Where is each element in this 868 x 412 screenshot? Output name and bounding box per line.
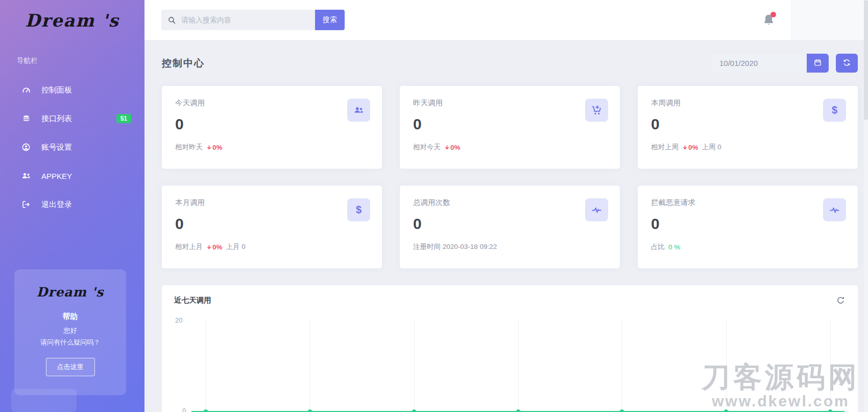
stat-card-value: 0 bbox=[651, 116, 845, 133]
stat-card-title: 本月调用 bbox=[175, 198, 369, 208]
stat-footer-part: 0 % bbox=[668, 243, 680, 251]
user-friends-icon bbox=[20, 171, 32, 181]
stat-footer-part: 0% bbox=[682, 144, 698, 151]
stat-footer-part: 占比 bbox=[651, 242, 665, 251]
chart-refresh-icon[interactable] bbox=[836, 295, 846, 305]
chart-data-point bbox=[620, 409, 624, 412]
date-input[interactable] bbox=[712, 54, 807, 73]
help-card-logo: Dream 's bbox=[14, 285, 126, 300]
page-scrollbar[interactable] bbox=[864, 0, 868, 412]
user-circle-icon bbox=[20, 143, 32, 152]
sidebar-peek-card bbox=[11, 389, 77, 412]
stat-footer-part: 上月 0 bbox=[226, 242, 246, 251]
chart-title: 近七天调用 bbox=[174, 295, 211, 305]
stat-card-value: 0 bbox=[651, 215, 845, 233]
chart-plot-area: 20 0 bbox=[174, 319, 846, 411]
top-header: 搜索 bbox=[144, 0, 868, 40]
stat-card-footer: 相对上周0%上周 0 bbox=[651, 143, 845, 152]
calendar-button[interactable] bbox=[807, 54, 829, 73]
arrow-down-icon bbox=[206, 145, 212, 150]
chart-gridline bbox=[622, 319, 622, 411]
sidebar: Dream 's 导航栏 控制面板接口列表51账号设置APPKEY退出登录 Dr… bbox=[0, 0, 144, 412]
users-icon bbox=[347, 99, 370, 122]
stat-footer-part: 上周 0 bbox=[702, 143, 721, 152]
arrow-down-icon bbox=[444, 145, 450, 150]
calendar-icon bbox=[813, 58, 822, 68]
stat-card-value: 0 bbox=[175, 215, 369, 233]
sidebar-item-label: APPKEY bbox=[41, 172, 72, 180]
sidebar-item-account-settings[interactable]: 账号设置 bbox=[0, 133, 144, 162]
stat-footer-part: 0% bbox=[444, 144, 461, 151]
dollar-icon: $ bbox=[823, 99, 846, 122]
refresh-button[interactable] bbox=[836, 54, 858, 73]
content: 控制中心 今天调用0相对昨天0%昨天调用0相对今天0%本周调用$0相对上周0%上… bbox=[144, 54, 868, 412]
header-right-panel bbox=[791, 0, 868, 40]
notifications-button[interactable] bbox=[745, 0, 791, 40]
stat-footer-part: 0% bbox=[206, 243, 223, 251]
stat-card: 总调用次数0注册时间 2020-03-18 09:22 bbox=[400, 186, 620, 268]
stat-card-value: 0 bbox=[413, 116, 607, 133]
chart-gridline bbox=[830, 319, 831, 411]
main-area: 搜索 控制中心 今天调用0相对昨天0%昨天调用0相对今天0%本周调用$0相对上周… bbox=[144, 0, 868, 412]
arrow-down-icon bbox=[206, 244, 212, 250]
sidebar-item-label: 控制面板 bbox=[41, 85, 72, 95]
stat-footer-part: 相对上月 bbox=[175, 242, 203, 251]
sidebar-item-label: 退出登录 bbox=[41, 200, 72, 210]
stat-card-grid: 今天调用0相对昨天0%昨天调用0相对今天0%本周调用$0相对上周0%上周 0本月… bbox=[162, 86, 858, 268]
sidebar-item-api-list[interactable]: 接口列表51 bbox=[0, 104, 144, 133]
help-card-line1: 您好 bbox=[14, 326, 126, 335]
stat-card-footer: 注册时间 2020-03-18 09:22 bbox=[413, 242, 607, 251]
chart-gridline bbox=[414, 319, 415, 411]
help-card: Dream 's 帮助 您好 请问有什么疑问吗？ 点击这里 bbox=[14, 269, 126, 395]
chart-data-point bbox=[828, 409, 832, 412]
stat-card-value: 0 bbox=[413, 215, 607, 233]
date-picker-group bbox=[712, 54, 858, 73]
cart-plus-icon bbox=[585, 99, 608, 122]
stat-footer-part: 相对今天 bbox=[413, 143, 441, 152]
search-box: 搜索 bbox=[161, 10, 345, 30]
sidebar-item-logout[interactable]: 退出登录 bbox=[0, 190, 144, 219]
stat-card: 拦截恶意请求0占比0 % bbox=[638, 186, 858, 268]
stat-card-footer: 相对上月0%上月 0 bbox=[175, 242, 369, 251]
page-title: 控制中心 bbox=[162, 57, 205, 70]
chart-card: 近七天调用 20 0 bbox=[162, 285, 858, 412]
sidebar-item-appkey[interactable]: APPKEY bbox=[0, 162, 144, 190]
chart-gridline bbox=[206, 319, 206, 411]
tachometer-icon bbox=[20, 85, 32, 95]
chart-data-point bbox=[724, 409, 728, 412]
stat-card-title: 本周调用 bbox=[651, 98, 845, 108]
help-button[interactable]: 点击这里 bbox=[46, 358, 95, 376]
search-button[interactable]: 搜索 bbox=[315, 10, 345, 30]
help-card-title: 帮助 bbox=[14, 312, 126, 322]
arrow-down-icon bbox=[682, 145, 688, 150]
app-logo: Dream 's bbox=[0, 10, 144, 31]
stat-footer-part: 注册时间 2020-03-18 09:22 bbox=[413, 242, 497, 251]
scrollbar-thumb[interactable] bbox=[864, 0, 868, 120]
count-badge: 51 bbox=[116, 114, 131, 123]
sidebar-item-dashboard[interactable]: 控制面板 bbox=[0, 76, 144, 104]
stat-footer-part: 0% bbox=[206, 144, 223, 151]
search-input[interactable] bbox=[181, 16, 309, 24]
chart-gridline bbox=[518, 319, 519, 411]
chart-data-point bbox=[412, 409, 416, 412]
stat-card: 今天调用0相对昨天0% bbox=[162, 86, 382, 169]
sign-out-icon bbox=[20, 200, 32, 209]
pulse-icon bbox=[585, 198, 608, 221]
chart-plot bbox=[191, 319, 845, 411]
chart-header: 近七天调用 bbox=[174, 295, 846, 305]
y-axis-tick-max: 20 bbox=[175, 316, 182, 324]
chart-data-point bbox=[516, 409, 520, 412]
y-axis-tick-min: 0 bbox=[182, 407, 186, 412]
stat-card-title: 总调用次数 bbox=[413, 198, 607, 208]
pulse-icon bbox=[823, 198, 846, 221]
sidebar-item-label: 接口列表 bbox=[41, 114, 72, 124]
stat-card-title: 拦截恶意请求 bbox=[651, 198, 845, 208]
stat-card: 本周调用$0相对上周0%上周 0 bbox=[638, 86, 858, 169]
chart-gridline bbox=[310, 319, 310, 411]
sidebar-nav: 控制面板接口列表51账号设置APPKEY退出登录 bbox=[0, 76, 144, 219]
dollar-icon: $ bbox=[347, 198, 370, 221]
toolbar: 控制中心 bbox=[162, 54, 858, 73]
sidebar-item-label: 账号设置 bbox=[41, 143, 72, 152]
stat-card: 昨天调用0相对今天0% bbox=[400, 86, 620, 169]
help-card-line2: 请问有什么疑问吗？ bbox=[14, 338, 126, 347]
